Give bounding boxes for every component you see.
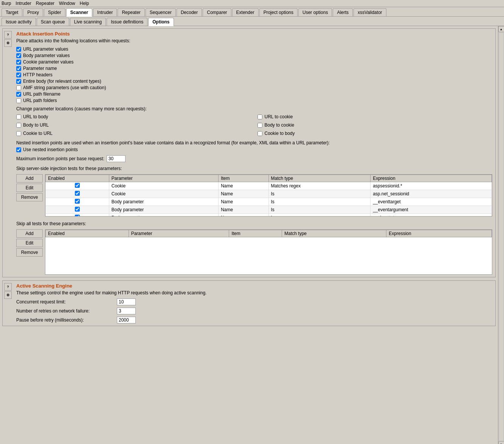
menu-window[interactable]: Window	[59, 1, 75, 6]
skip-server-edit-btn[interactable]: Edit	[16, 184, 43, 192]
tab-extender[interactable]: Extender	[232, 8, 259, 16]
row1-match-type: Matches regex	[268, 182, 371, 190]
row2-parameter: Cookie	[109, 190, 218, 198]
cb-body-to-cookie-input[interactable]	[257, 123, 262, 128]
retries-row: Number of retries on network failure:	[16, 308, 492, 314]
retries-input[interactable]	[117, 308, 136, 314]
param-change-grid: URL to body URL to cookie Body to URL Bo…	[16, 113, 492, 137]
cb-cookie-to-url-input[interactable]	[16, 131, 21, 136]
tab-issue-activity[interactable]: Issue activity	[2, 18, 36, 26]
cb-cookie-param-label: Cookie parameter values	[23, 59, 73, 65]
skip-all-remove-btn[interactable]: Remove	[16, 248, 43, 257]
tab-target[interactable]: Target	[2, 8, 22, 16]
attack-insertion-subtitle: Place attacks into the following locatio…	[16, 38, 492, 43]
settings-icon-2[interactable]: ⚙	[4, 291, 12, 299]
tab-live-scanning[interactable]: Live scanning	[70, 18, 106, 26]
col-match-type: Match type	[268, 175, 371, 182]
tab-scan-queue[interactable]: Scan queue	[37, 18, 69, 26]
tab-scanner[interactable]: Scanner	[66, 8, 92, 17]
menu-help[interactable]: Help	[80, 1, 89, 6]
help-icon[interactable]: ?	[4, 31, 12, 39]
cb-amf-input[interactable]	[16, 85, 21, 90]
col-enabled: Enabled	[46, 175, 109, 182]
cb-body-to-url-input[interactable]	[16, 123, 21, 128]
cb-url-to-cookie-input[interactable]	[257, 114, 262, 119]
tab-sequencer[interactable]: Sequencer	[146, 8, 176, 16]
main-scroll[interactable]: ? ⚙ Attack Insertion Points Place attack…	[0, 26, 498, 444]
skip-server-table-scroll[interactable]: Enabled Parameter Item Match type Expres…	[45, 175, 492, 216]
tab-project-options[interactable]: Project options	[259, 8, 298, 16]
tab-proxy[interactable]: Proxy	[23, 8, 43, 16]
concurrent-input[interactable]	[117, 299, 136, 305]
scrollbar-track[interactable]	[499, 32, 504, 441]
col-item: Item	[219, 175, 268, 182]
row2-expression: asp.net_sessionid	[371, 190, 492, 198]
cb-url-to-body-input[interactable]	[16, 114, 21, 119]
tab-xssvalidator[interactable]: xssValidator	[354, 8, 386, 16]
tab-issue-definitions[interactable]: Issue definitions	[107, 18, 147, 26]
tab-comparer[interactable]: Comparer	[203, 8, 231, 16]
scanner-tabbar: Issue activity Scan queue Live scanning …	[0, 17, 504, 26]
table-row: Cookie Name Matches regex aspsessionid.*	[46, 182, 492, 190]
row4-enabled[interactable]	[75, 207, 80, 212]
cb-cookie-to-url: Cookie to URL	[16, 131, 250, 136]
cb-url-path-filename-input[interactable]	[16, 92, 21, 97]
col-expression: Expression	[371, 175, 492, 182]
col-match-type2: Match type	[282, 230, 386, 237]
tab-alerts[interactable]: Alerts	[333, 8, 353, 16]
table-row: Body parameter Name Is __viewstate	[46, 214, 492, 217]
skip-server-add-btn[interactable]: Add	[16, 174, 43, 183]
tab-repeater[interactable]: Repeater	[118, 8, 144, 16]
cb-cookie-param: Cookie parameter values	[16, 59, 492, 65]
cb-entire-body-input[interactable]	[16, 79, 21, 84]
cb-body-param-input[interactable]	[16, 53, 21, 58]
active-scanning-fields: Concurrent request limit: Number of retr…	[16, 299, 492, 323]
menu-repeater[interactable]: Repeater	[36, 1, 54, 6]
max-insertion-input[interactable]	[107, 155, 126, 162]
row1-enabled[interactable]	[75, 183, 80, 188]
cb-url-param-input[interactable]	[16, 47, 21, 52]
cb-cookie-to-body-input[interactable]	[257, 131, 262, 136]
skip-server-table-section: Add Edit Remove Enabled Parameter Item	[16, 174, 492, 217]
skip-all-add-btn[interactable]: Add	[16, 229, 43, 238]
row2-item: Name	[219, 190, 268, 198]
cb-url-path-folders-input[interactable]	[16, 98, 21, 103]
skip-server-remove-btn[interactable]: Remove	[16, 193, 43, 201]
row5-expression: __viewstate	[371, 214, 492, 217]
col-enabled2: Enabled	[46, 230, 129, 237]
cb-entire-body: Entire body (for relevant content types)	[16, 79, 492, 84]
tab-options[interactable]: Options	[148, 18, 174, 26]
cb-body-param: Body parameter values	[16, 53, 492, 58]
tab-decoder[interactable]: Decoder	[177, 8, 202, 16]
scroll-down-btn[interactable]: ▼	[498, 441, 504, 444]
cb-http-headers-label: HTTP headers	[23, 72, 53, 77]
row5-enabled[interactable]	[75, 215, 80, 216]
table-row: Body parameter Name Is __eventtarget	[46, 198, 492, 206]
main-scrollbar[interactable]: ▲ ▼	[498, 26, 504, 444]
tab-user-options[interactable]: User options	[298, 8, 332, 16]
menu-intruder[interactable]: Intruder	[16, 1, 31, 6]
cb-url-path-folders-label: URL path folders	[23, 98, 57, 103]
cb-cookie-param-input[interactable]	[16, 60, 21, 65]
active-scanning-subtitle: These settings control the engine used f…	[16, 290, 492, 295]
cb-nested-input[interactable]	[16, 147, 21, 152]
row1-expression: aspsessionid.*	[371, 182, 492, 190]
pause-input[interactable]	[117, 317, 136, 323]
row2-enabled[interactable]	[75, 191, 80, 196]
tab-spider[interactable]: Spider	[44, 8, 65, 16]
row3-expression: __eventtarget	[371, 198, 492, 206]
cb-url-path-filename-label: URL path filename	[23, 91, 60, 97]
menu-burp[interactable]: Burp	[2, 1, 11, 6]
skip-all-table-section: Add Edit Remove Enabled Parameter Item	[16, 229, 492, 275]
tab-intruder[interactable]: Intruder	[93, 8, 117, 16]
row5-match-type: Is	[268, 214, 371, 217]
cb-param-name-input[interactable]	[16, 66, 21, 71]
scroll-up-btn[interactable]: ▲	[498, 26, 504, 32]
skip-all-table-scroll[interactable]: Enabled Parameter Item Match type Expres…	[45, 230, 492, 237]
settings-icon[interactable]: ⚙	[4, 39, 12, 47]
help-icon-2[interactable]: ?	[4, 283, 12, 291]
skip-all-edit-btn[interactable]: Edit	[16, 239, 43, 247]
cb-http-headers-input[interactable]	[16, 73, 21, 77]
row3-enabled[interactable]	[75, 199, 80, 204]
concurrent-row: Concurrent request limit:	[16, 299, 492, 305]
